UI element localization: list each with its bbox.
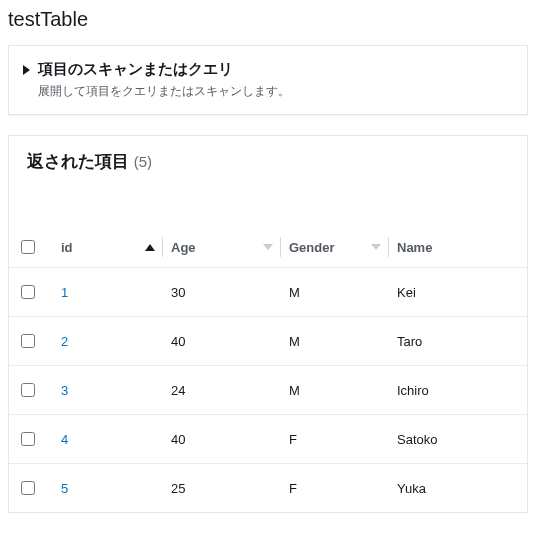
- row-age: 30: [163, 268, 281, 317]
- sort-icon: [263, 244, 273, 250]
- table-row: 324MIchiro: [9, 366, 527, 415]
- row-id-link[interactable]: 3: [61, 383, 68, 398]
- column-header-select: [9, 227, 53, 268]
- row-gender: M: [281, 268, 389, 317]
- row-name: Yuka: [389, 464, 527, 513]
- row-id-link[interactable]: 1: [61, 285, 68, 300]
- row-checkbox[interactable]: [21, 432, 35, 446]
- results-count: (5): [134, 153, 152, 170]
- row-name: Ichiro: [389, 366, 527, 415]
- scan-query-subtitle: 展開して項目をクエリまたはスキャンします。: [38, 83, 513, 100]
- column-label: Name: [397, 240, 432, 255]
- sort-asc-icon: [145, 244, 155, 251]
- row-age: 25: [163, 464, 281, 513]
- row-checkbox[interactable]: [21, 334, 35, 348]
- row-age: 24: [163, 366, 281, 415]
- column-header-gender[interactable]: Gender: [281, 227, 389, 268]
- row-gender: M: [281, 317, 389, 366]
- table-row: 240MTaro: [9, 317, 527, 366]
- items-table: id Age Gender: [9, 227, 527, 512]
- column-label: id: [61, 240, 73, 255]
- row-gender: M: [281, 366, 389, 415]
- row-age: 40: [163, 415, 281, 464]
- row-age: 40: [163, 317, 281, 366]
- row-name: Taro: [389, 317, 527, 366]
- column-header-id[interactable]: id: [53, 227, 163, 268]
- scan-query-panel[interactable]: 項目のスキャンまたはクエリ 展開して項目をクエリまたはスキャンします。: [8, 45, 528, 115]
- select-all-checkbox[interactable]: [21, 240, 35, 254]
- row-gender: F: [281, 415, 389, 464]
- chevron-right-icon: [23, 65, 30, 75]
- row-checkbox[interactable]: [21, 481, 35, 495]
- column-label: Age: [171, 240, 196, 255]
- row-id-link[interactable]: 5: [61, 481, 68, 496]
- table-row: 440FSatoko: [9, 415, 527, 464]
- column-header-age[interactable]: Age: [163, 227, 281, 268]
- row-name: Satoko: [389, 415, 527, 464]
- row-checkbox[interactable]: [21, 383, 35, 397]
- column-header-name[interactable]: Name: [389, 227, 527, 268]
- sort-icon: [371, 244, 381, 250]
- results-heading: 返された項目 (5): [9, 150, 527, 179]
- row-name: Kei: [389, 268, 527, 317]
- table-row: 130MKei: [9, 268, 527, 317]
- row-gender: F: [281, 464, 389, 513]
- row-id-link[interactable]: 4: [61, 432, 68, 447]
- results-heading-text: 返された項目: [27, 152, 129, 171]
- column-label: Gender: [289, 240, 335, 255]
- results-panel: 返された項目 (5) id Age: [8, 135, 528, 513]
- table-row: 525FYuka: [9, 464, 527, 513]
- row-checkbox[interactable]: [21, 285, 35, 299]
- page-title: testTable: [0, 0, 536, 45]
- scan-query-title: 項目のスキャンまたはクエリ: [38, 60, 233, 79]
- row-id-link[interactable]: 2: [61, 334, 68, 349]
